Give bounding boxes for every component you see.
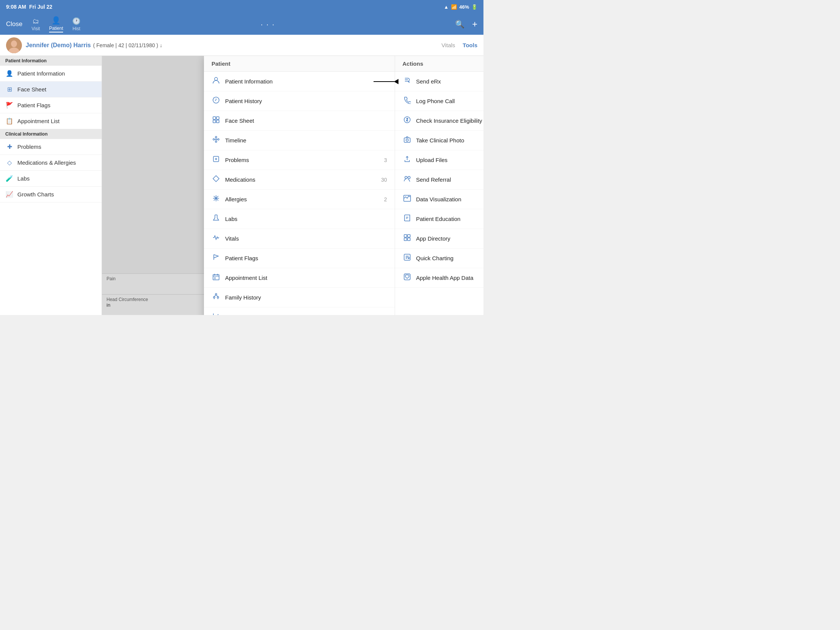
- dropdown-item-upload-files[interactable]: Upload Files: [395, 150, 484, 170]
- list-icon: 📋: [5, 117, 14, 125]
- dropdown-label-problems: Problems: [225, 157, 380, 163]
- dropdown-item-medications[interactable]: Medications 30: [204, 170, 395, 189]
- svg-rect-54: [404, 235, 407, 237]
- tab-tools[interactable]: Tools: [463, 42, 477, 48]
- sidebar-section-patient-info: Patient Information: [0, 56, 102, 66]
- nav-tabs: 🗂 Visit 👤 Patient 🕐 Hist: [32, 16, 81, 33]
- sidebar-item-patient-information[interactable]: 👤 Patient Information: [0, 66, 102, 82]
- dropdown-label-family-history: Family History: [225, 294, 387, 301]
- person-outline-icon: [212, 77, 221, 86]
- dropdown-label-patient-flags: Patient Flags: [225, 255, 387, 261]
- dropdown-label-quick-charting: Quick Charting: [416, 255, 484, 261]
- dropdown-item-check-insurance[interactable]: Check Insurance Eligibility: [395, 111, 484, 131]
- svg-rect-7: [213, 120, 216, 123]
- patient-info: ( Female | 42 | 02/11/1980 ) ↓: [93, 42, 163, 48]
- appointment-icon: [212, 273, 221, 283]
- dropdown-item-data-viz[interactable]: Data Visualization: [395, 189, 484, 209]
- svg-point-30: [213, 297, 215, 298]
- dropdown-item-take-photo[interactable]: Take Clinical Photo: [395, 131, 484, 150]
- dropdown-patient-header: Patient: [204, 56, 395, 72]
- allergies-icon: [212, 194, 221, 204]
- book-icon: [403, 214, 412, 224]
- svg-point-1: [11, 40, 17, 47]
- dropdown-label-patient-information: Patient Information: [225, 78, 387, 85]
- dropdown-item-send-erx[interactable]: Send eRx: [395, 72, 484, 92]
- dropdown-item-appointment-list[interactable]: Appointment List: [204, 268, 395, 288]
- sidebar-item-growth-charts[interactable]: 📈 Growth Charts: [0, 186, 102, 202]
- svg-rect-55: [407, 235, 410, 237]
- svg-rect-23: [213, 275, 219, 280]
- add-icon[interactable]: +: [472, 19, 477, 30]
- dropdown-item-quick-charting[interactable]: Quick Charting: [395, 248, 484, 268]
- search-icon[interactable]: 🔍: [455, 20, 464, 29]
- tab-hist-label: Hist: [73, 26, 81, 32]
- app-directory-icon: [403, 234, 412, 243]
- dropdown-label-app-directory: App Directory: [416, 235, 484, 242]
- sidebar-label-patient-info: Patient Information: [17, 70, 65, 77]
- status-icons: ▲ 📶 46% 🔋: [444, 4, 477, 10]
- dropdown-item-face-sheet[interactable]: Face Sheet: [204, 111, 395, 131]
- vitals-icon: [212, 234, 221, 243]
- tab-visit-label: Visit: [32, 26, 39, 32]
- sidebar-item-medications[interactable]: ◇ Medications & Allergies: [0, 155, 102, 171]
- sidebar-item-patient-flags[interactable]: 🚩 Patient Flags: [0, 98, 102, 113]
- sidebar-item-problems[interactable]: ✚ Problems: [0, 139, 102, 155]
- flag-dropdown-icon: [212, 253, 221, 263]
- sidebar-label-labs: Labs: [17, 175, 30, 182]
- dropdown-item-timeline[interactable]: Timeline: [204, 131, 395, 150]
- sidebar: Patient Information 👤 Patient Informatio…: [0, 56, 102, 315]
- location-icon: ▲: [444, 4, 449, 10]
- tab-patient[interactable]: 👤 Patient: [49, 16, 63, 33]
- problems-icon: [212, 155, 221, 165]
- top-nav-bar: Close 🗂 Visit 👤 Patient 🕐 Hist · · · 🔍 +: [0, 14, 483, 35]
- sidebar-item-appointment-list[interactable]: 📋 Appointment List: [0, 113, 102, 129]
- wifi-icon: 📶: [451, 4, 457, 10]
- svg-point-47: [406, 139, 408, 141]
- dropdown-item-vitals[interactable]: Vitals: [204, 229, 395, 248]
- patient-name[interactable]: Jennifer (Demo) Harris: [26, 42, 91, 49]
- tab-vitals[interactable]: Vitals: [442, 42, 455, 48]
- data-viz-icon: [403, 194, 412, 204]
- patient-icon: 👤: [51, 16, 61, 25]
- diamond-icon: ◇: [5, 159, 14, 166]
- dropdown-item-app-directory[interactable]: App Directory: [395, 229, 484, 248]
- dropdown-item-growth-charts[interactable]: Growth Charts: [204, 308, 395, 315]
- dropdown-item-patient-flags[interactable]: Patient Flags: [204, 248, 395, 268]
- dropdown-label-send-erx: Send eRx: [416, 78, 484, 85]
- dropdown-item-problems[interactable]: Problems 3: [204, 150, 395, 170]
- svg-point-29: [215, 294, 217, 295]
- sidebar-item-face-sheet[interactable]: ⊞ Face Sheet: [0, 82, 102, 98]
- close-button[interactable]: Close: [6, 21, 22, 28]
- flask-icon: 🧪: [5, 175, 14, 182]
- dropdown-item-family-history[interactable]: Family History: [204, 288, 395, 308]
- header-tabs: Vitals Tools: [442, 42, 477, 48]
- svg-point-11: [218, 139, 219, 140]
- status-bar: 9:08 AM Fri Jul 22 ▲ 📶 46% 🔋: [0, 0, 483, 14]
- dropdown-item-patient-edu[interactable]: Patient Education: [395, 209, 484, 229]
- tab-hist[interactable]: 🕐 Hist: [72, 17, 81, 32]
- dropdown-label-apple-health: Apple Health App Data: [416, 275, 484, 281]
- battery-display: 46%: [459, 4, 469, 10]
- hist-icon: 🕐: [72, 17, 81, 25]
- sidebar-item-labs[interactable]: 🧪 Labs: [0, 171, 102, 186]
- patient-avatar: [6, 37, 22, 53]
- dropdown-label-growth-charts: Growth Charts: [225, 314, 387, 315]
- labs-icon: [212, 214, 221, 224]
- dropdown-label-patient-history: Patient History: [225, 98, 387, 104]
- svg-point-12: [215, 141, 217, 142]
- dropdown-item-patient-history[interactable]: Patient History: [204, 92, 395, 111]
- dropdown-item-apple-health[interactable]: Apple Health App Data NO: [395, 268, 484, 288]
- dropdown-item-log-phone[interactable]: Log Phone Call: [395, 92, 484, 111]
- camera-icon: [403, 136, 412, 145]
- dropdown-item-send-referral[interactable]: Send Referral: [395, 170, 484, 189]
- svg-point-48: [405, 176, 407, 178]
- dropdown-label-take-photo: Take Clinical Photo: [416, 137, 484, 144]
- dropdown-patient-col: Patient Patient Information: [204, 56, 395, 315]
- dropdown-item-allergies[interactable]: Allergies 2: [204, 189, 395, 209]
- dropdown-item-labs[interactable]: Labs: [204, 209, 395, 229]
- tab-visit[interactable]: 🗂 Visit: [32, 17, 39, 32]
- dropdown-item-patient-information[interactable]: Patient Information: [204, 72, 395, 92]
- dropdown-label-allergies: Allergies: [225, 196, 380, 202]
- svg-rect-56: [404, 238, 407, 241]
- dropdown-label-upload-files: Upload Files: [416, 157, 484, 163]
